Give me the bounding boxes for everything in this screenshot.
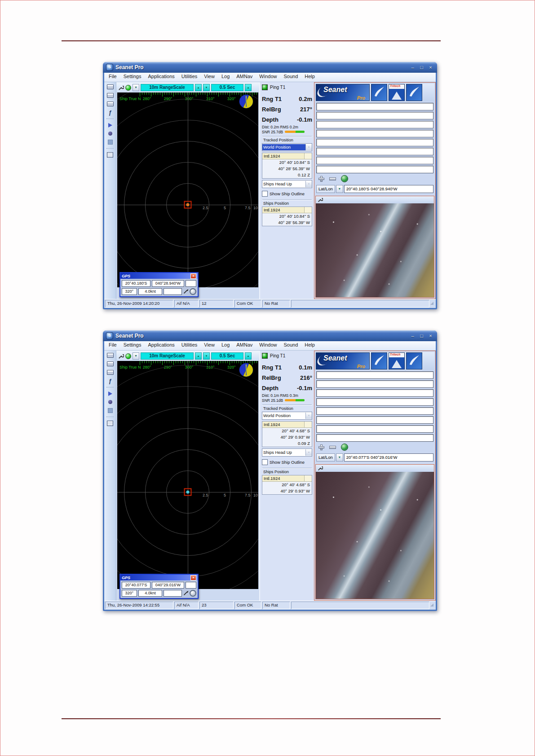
globe-icon[interactable]: [341, 175, 348, 182]
gps-lens-icon[interactable]: [190, 288, 196, 295]
gps-close-button[interactable]: ×: [190, 575, 196, 580]
video-settings-wrench-icon[interactable]: [318, 197, 323, 202]
window-titlebar[interactable]: S Seanet Pro – □ ×: [103, 330, 437, 341]
menu-utilities[interactable]: Utilities: [181, 342, 197, 350]
gps-speed-field[interactable]: 4.0knt: [138, 288, 162, 295]
text-row-input[interactable]: [316, 157, 433, 164]
gps-spare-field[interactable]: [186, 582, 197, 589]
menu-amnav[interactable]: AMNav: [236, 342, 252, 350]
play-icon[interactable]: [106, 391, 114, 396]
latlon-dropdown-button[interactable]: ▾: [336, 185, 343, 193]
menu-log[interactable]: Log: [221, 74, 230, 82]
menu-help[interactable]: Help: [305, 342, 315, 350]
latlon-value-input[interactable]: 20°40.077'S 040°29.016'W: [344, 453, 433, 462]
add-icon[interactable]: [318, 176, 324, 182]
menu-view[interactable]: View: [204, 342, 215, 350]
gps-longitude-field[interactable]: 040°29.016'W: [152, 582, 184, 589]
wrench-icon[interactable]: [118, 85, 124, 91]
gps-window[interactable]: GPS × 20°40.077'S 040°29.016'W 320° 4.0k…: [119, 574, 199, 599]
gps-close-button[interactable]: ×: [190, 273, 196, 279]
orientation-spin-button[interactable]: ◦: [305, 449, 312, 456]
gps-latitude-field[interactable]: 20°40.077'S: [122, 582, 150, 589]
world-position-select[interactable]: World Position ◦: [262, 143, 312, 151]
print-icon[interactable]: [106, 352, 114, 358]
print-preview-icon[interactable]: [106, 369, 114, 375]
remove-icon[interactable]: [329, 177, 336, 180]
menu-utilities[interactable]: Utilities: [181, 74, 197, 82]
menu-settings[interactable]: Settings: [124, 74, 141, 82]
menu-log[interactable]: Log: [221, 342, 230, 350]
text-row-input[interactable]: [316, 407, 433, 415]
world-position-spin-button[interactable]: ◦: [305, 413, 312, 419]
text-row-input[interactable]: [316, 389, 433, 397]
range-down-button[interactable]: ▾: [203, 84, 210, 91]
menu-applications[interactable]: Applications: [148, 342, 174, 350]
menu-amnav[interactable]: AMNav: [236, 74, 252, 82]
sonar-display[interactable]: Ship True N 280° 290° 300° 310° 320°: [117, 361, 258, 589]
menu-file[interactable]: File: [109, 74, 117, 82]
minimize-button[interactable]: –: [409, 333, 416, 339]
gps-longitude-field[interactable]: 040°28.940'W: [152, 280, 184, 287]
gps-speed-field[interactable]: 4.0knt: [138, 590, 162, 597]
gps-spare-field-2[interactable]: [164, 288, 182, 295]
log-notes-icon[interactable]: [106, 420, 114, 426]
log-notes-icon[interactable]: [106, 152, 114, 158]
text-row-input[interactable]: [316, 166, 433, 173]
menu-file[interactable]: File: [109, 342, 117, 350]
gps-titlebar[interactable]: GPS ×: [120, 575, 198, 580]
range-down-button[interactable]: ▾: [203, 352, 210, 360]
world-position-spin-button[interactable]: ◦: [305, 144, 312, 150]
minimize-button[interactable]: –: [409, 65, 416, 70]
print-setup-icon[interactable]: [106, 92, 114, 98]
record-icon[interactable]: [106, 131, 114, 136]
menu-applications[interactable]: Applications: [148, 74, 174, 82]
orientation-select[interactable]: Ships Head Up ◦: [262, 180, 312, 188]
gps-probe-icon[interactable]: [183, 289, 188, 294]
sonar-dropdown-button[interactable]: ▾: [133, 84, 139, 91]
gps-titlebar[interactable]: GPS ×: [120, 273, 198, 279]
text-row-input[interactable]: [316, 416, 433, 424]
resize-grip[interactable]: ◢: [430, 300, 435, 308]
text-row-input[interactable]: [316, 139, 433, 146]
text-row-input[interactable]: [316, 148, 433, 155]
orientation-spin-button[interactable]: ◦: [305, 181, 312, 187]
gps-probe-icon[interactable]: [183, 591, 188, 596]
gps-spare-field[interactable]: [186, 280, 197, 287]
rep-rate-control[interactable]: 0.5 Sec: [211, 84, 243, 91]
gps-window[interactable]: GPS × 20°40.180'S 040°28.940'W 320° 4.0k…: [119, 272, 199, 297]
wrench-icon[interactable]: [118, 353, 124, 359]
text-row-input[interactable]: [316, 130, 433, 137]
remove-icon[interactable]: [329, 446, 336, 449]
text-row-input[interactable]: [316, 425, 433, 433]
sonar-display[interactable]: Ship True N 280° 290° 300° 310° 320°: [117, 92, 258, 287]
print-icon[interactable]: [106, 84, 114, 90]
maximize-button[interactable]: □: [418, 65, 425, 70]
text-row-input[interactable]: [316, 398, 433, 406]
rep-rate-control[interactable]: 0.5 Sec: [211, 352, 243, 360]
text-row-input[interactable]: [316, 434, 433, 442]
rep-rate-up-button[interactable]: ▴: [245, 84, 252, 91]
function-icon[interactable]: ƒ: [106, 110, 114, 115]
menu-settings[interactable]: Settings: [124, 342, 141, 350]
gps-heading-field[interactable]: 320°: [122, 288, 137, 295]
text-row-input[interactable]: [316, 103, 433, 110]
text-row-input[interactable]: [316, 121, 433, 128]
print-setup-icon[interactable]: [106, 361, 114, 367]
maximize-button[interactable]: □: [418, 333, 425, 339]
menu-sound[interactable]: Sound: [283, 74, 298, 82]
range-up-button[interactable]: ▴: [195, 352, 202, 360]
text-row-input[interactable]: [316, 371, 433, 379]
menu-window[interactable]: Window: [259, 342, 277, 350]
close-button[interactable]: ×: [427, 65, 434, 70]
range-scale-control[interactable]: 10m RangeScale: [141, 352, 194, 360]
menu-help[interactable]: Help: [305, 74, 315, 82]
video-settings-wrench-icon[interactable]: [318, 466, 323, 471]
menu-sound[interactable]: Sound: [283, 342, 298, 350]
gps-heading-field[interactable]: 320°: [122, 590, 137, 597]
world-position-select[interactable]: World Position ◦: [262, 412, 312, 420]
play-icon[interactable]: [106, 122, 114, 128]
print-preview-icon[interactable]: [106, 101, 114, 107]
latlon-dropdown-button[interactable]: ▾: [336, 453, 343, 462]
orientation-select[interactable]: Ships Head Up ◦: [262, 448, 312, 457]
latlon-value-input[interactable]: 20°40.180'S 040°28.940'W: [344, 185, 433, 193]
